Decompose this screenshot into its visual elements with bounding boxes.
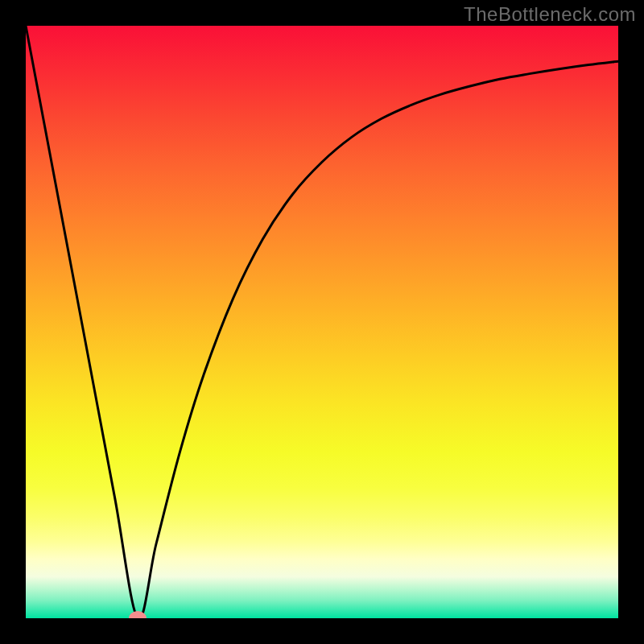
watermark-text: TheBottleneck.com bbox=[464, 3, 636, 26]
curve-layer bbox=[26, 26, 618, 618]
chart-frame: TheBottleneck.com bbox=[0, 0, 644, 644]
bottleneck-curve bbox=[26, 26, 618, 618]
plot-area bbox=[26, 26, 618, 618]
